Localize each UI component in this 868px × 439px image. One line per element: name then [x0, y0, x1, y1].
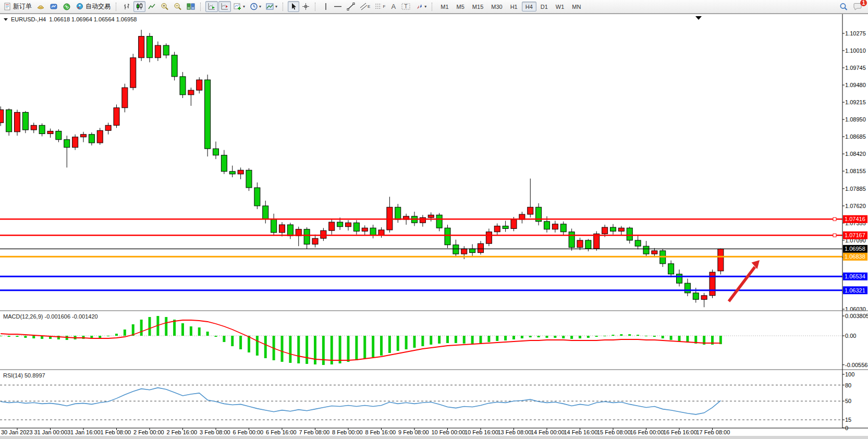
cursor-icon: [290, 3, 297, 10]
svg-text:3 Feb 08:00: 3 Feb 08:00: [200, 429, 230, 435]
svg-text:1.10275: 1.10275: [845, 30, 866, 36]
svg-text:1 Feb 08:00: 1 Feb 08:00: [101, 429, 131, 435]
svg-text:16 Feb 00:00: 16 Feb 00:00: [630, 429, 664, 435]
svg-text:1.08950: 1.08950: [845, 116, 866, 123]
zoom-in-button[interactable]: [158, 1, 171, 12]
new-order-label: 新订单: [13, 2, 32, 11]
svg-text:15 Feb 08:00: 15 Feb 08:00: [597, 429, 631, 435]
svg-text:1.09745: 1.09745: [845, 65, 866, 71]
crosshair-icon: [302, 3, 310, 10]
templates-dropdown-caret[interactable]: ▾: [275, 4, 277, 9]
tile-windows-icon: [187, 3, 195, 10]
autotrading-label: 自动交易: [85, 2, 111, 11]
svg-text:15: 15: [845, 417, 851, 423]
svg-text:1.09215: 1.09215: [845, 99, 866, 105]
date-axis[interactable]: 30 Jan 202331 Jan 00:0031 Jan 16:001 Feb…: [1, 428, 730, 435]
bar-chart-icon: [123, 3, 131, 10]
svg-text:16 Feb 16:00: 16 Feb 16:00: [663, 429, 697, 435]
gold-ingot-icon: [36, 3, 45, 10]
periods-button[interactable]: ▾: [248, 1, 263, 12]
tile-windows-button[interactable]: [185, 1, 197, 12]
crosshair-button[interactable]: [300, 1, 312, 12]
arrows-dropdown-caret[interactable]: ▾: [424, 4, 426, 9]
bar-chart-button[interactable]: [121, 1, 133, 12]
price-badge-1.07416: 1.07416: [843, 215, 867, 223]
text-tool-button[interactable]: A: [388, 1, 399, 12]
vertical-line-icon: [323, 3, 329, 10]
hline-handle[interactable]: [833, 234, 836, 237]
trendline-tool-button[interactable]: [345, 1, 357, 12]
fibo-sub-glyph: F: [383, 4, 385, 9]
fibonacci-tool-button[interactable]: F: [373, 1, 387, 12]
macd-indicator-label: MACD(12,26,9) -0.001606 -0.001420: [3, 313, 98, 320]
chart-ohlc-values: 1.06618 1.06964 1.06564 1.06958: [49, 16, 137, 22]
svg-text:1.08685: 1.08685: [845, 133, 866, 140]
chart-window: 1.102751.100101.097451.094801.092151.089…: [0, 14, 868, 439]
horizontal-line-tool-button[interactable]: [332, 1, 344, 12]
timeframe-D1[interactable]: D1: [537, 2, 552, 11]
toolbar-grip: [116, 3, 119, 11]
timeframe-M5[interactable]: M5: [453, 2, 468, 11]
signals-button[interactable]: [60, 1, 73, 12]
timeframe-H4[interactable]: H4: [522, 2, 536, 11]
indicators-dropdown-caret[interactable]: ▾: [243, 4, 245, 9]
autotrading-icon: [76, 3, 84, 10]
price-badge-1.06534: 1.06534: [843, 273, 867, 281]
svg-text:8 Feb 00:00: 8 Feb 00:00: [332, 429, 363, 435]
rsi-indicator-label: RSI(14) 50.8997: [3, 372, 45, 379]
svg-text:14 Feb 16:00: 14 Feb 16:00: [564, 429, 598, 435]
price-badge-1.06838: 1.06838: [843, 253, 867, 261]
zoom-out-button[interactable]: [172, 1, 184, 12]
timeframe-M15[interactable]: M15: [469, 2, 487, 11]
svg-text:0.003805: 0.003805: [845, 313, 868, 319]
equidistant-channel-tool-button[interactable]: E: [358, 1, 372, 12]
arrows-tool-button[interactable]: ▾: [413, 1, 429, 12]
new-order-icon: [4, 3, 11, 10]
zoom-out-icon: [174, 3, 182, 10]
chart-dropdown-icon[interactable]: [4, 18, 8, 21]
search-button[interactable]: [837, 1, 850, 12]
timeframe-W1[interactable]: W1: [552, 2, 568, 11]
templates-button[interactable]: ▾: [264, 1, 279, 12]
autotrading-button[interactable]: 自动交易: [74, 1, 113, 12]
new-order-button[interactable]: 新订单: [2, 1, 34, 12]
hline-handle[interactable]: [833, 217, 836, 221]
svg-text:2 Feb 16:00: 2 Feb 16:00: [167, 429, 198, 435]
periods-dropdown-caret[interactable]: ▾: [259, 4, 261, 9]
cursor-button[interactable]: [288, 1, 299, 12]
svg-text:6 Feb 00:00: 6 Feb 00:00: [233, 429, 264, 435]
community-chat-button[interactable]: 1: [851, 1, 864, 12]
timeframe-MN[interactable]: MN: [568, 2, 584, 11]
equidistant-channel-icon: [360, 3, 368, 10]
text-tool-icon: A: [391, 3, 396, 10]
data-window-button[interactable]: [47, 1, 60, 12]
market-watch-button[interactable]: [34, 1, 47, 12]
svg-text:1.10010: 1.10010: [845, 47, 866, 54]
svg-text:1.06321: 1.06321: [845, 287, 865, 294]
text-label-icon: T: [401, 3, 410, 10]
search-icon: [839, 3, 848, 11]
auto-scroll-button[interactable]: [205, 1, 218, 12]
timeframe-H1[interactable]: H1: [507, 2, 521, 11]
svg-text:31 Jan 00:00: 31 Jan 00:00: [34, 429, 68, 435]
chart-shift-button[interactable]: [218, 1, 231, 12]
svg-text:1.07167: 1.07167: [845, 232, 865, 238]
svg-text:6 Feb 16:00: 6 Feb 16:00: [266, 429, 297, 435]
svg-text:13 Feb 08:00: 13 Feb 08:00: [498, 429, 532, 435]
text-label-tool-button[interactable]: T: [399, 1, 412, 12]
vertical-line-tool-button[interactable]: [320, 1, 331, 12]
signals-icon: [63, 3, 71, 10]
line-chart-button[interactable]: [146, 1, 158, 12]
svg-text:80: 80: [845, 382, 851, 388]
chart-shift-icon: [221, 3, 229, 10]
indicators-button[interactable]: ▾: [231, 1, 247, 12]
svg-text:14 Feb 00:00: 14 Feb 00:00: [531, 429, 565, 435]
indicators-icon: [234, 3, 242, 10]
toolbar-grip: [283, 3, 286, 11]
timeframe-M30[interactable]: M30: [487, 2, 506, 11]
svg-text:1.09480: 1.09480: [845, 82, 866, 88]
timeframe-M1[interactable]: M1: [437, 2, 452, 11]
chart-canvas[interactable]: 1.102751.100101.097451.094801.092151.089…: [0, 14, 868, 439]
candlestick-chart-button[interactable]: [133, 1, 145, 12]
notification-badge: 1: [860, 0, 867, 6]
